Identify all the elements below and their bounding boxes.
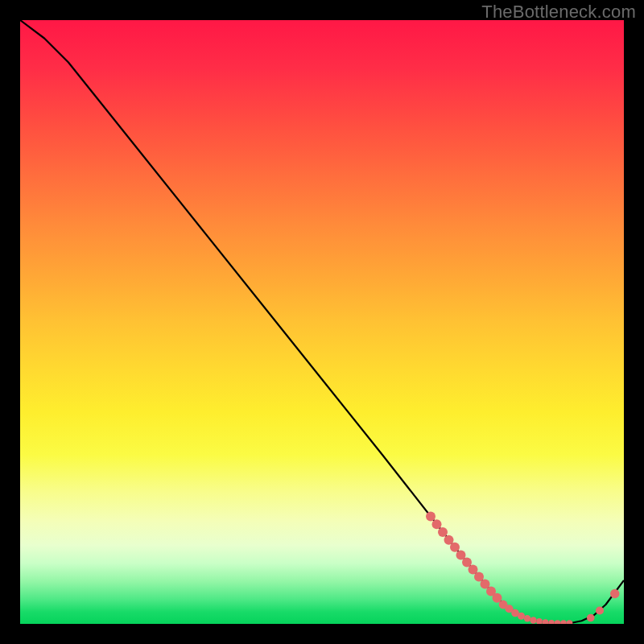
marker-dot [596, 606, 604, 614]
marker-dot [524, 615, 530, 621]
marker-dot [518, 613, 525, 620]
marker-dot [426, 512, 436, 522]
marker-dot [555, 620, 561, 624]
marker-dot [587, 614, 595, 622]
marker-dot [543, 619, 549, 624]
chart-frame: TheBottleneck.com [0, 0, 644, 644]
watermark-label: TheBottleneck.com [481, 2, 636, 23]
curve-line [20, 20, 624, 623]
marker-dot [438, 527, 448, 537]
curve-svg [20, 20, 624, 624]
marker-dot [530, 617, 536, 623]
marker-dot [560, 620, 567, 624]
marker-dot [536, 618, 543, 624]
marker-dot [610, 589, 619, 598]
curve-markers [426, 512, 619, 625]
marker-dot [548, 620, 555, 624]
marker-dot [450, 543, 460, 552]
marker-dot [567, 620, 573, 624]
marker-dot [432, 519, 442, 529]
plot-area [20, 20, 624, 624]
